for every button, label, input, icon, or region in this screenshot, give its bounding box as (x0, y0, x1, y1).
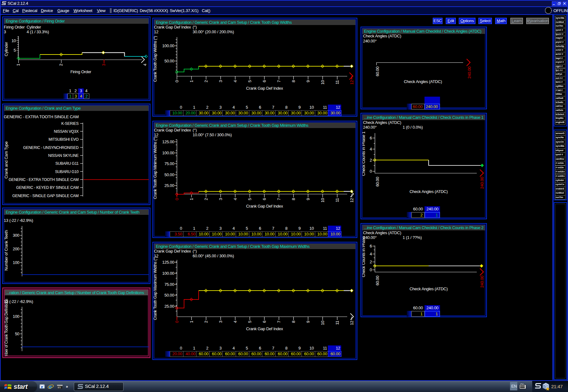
svg-text:321: 321 (57, 386, 61, 389)
svg-text:e: e (41, 385, 43, 389)
svg-text:»: » (66, 384, 68, 389)
